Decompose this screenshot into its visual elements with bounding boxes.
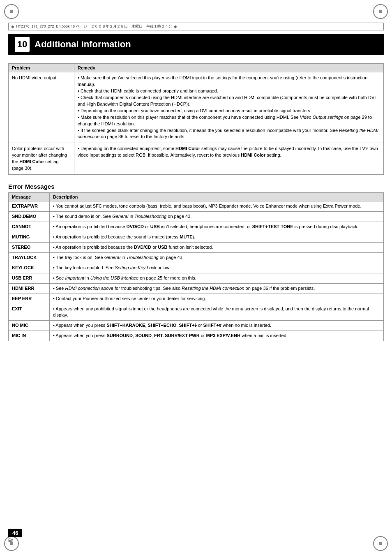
error-messages-table: Message Description EXTRAPWR • You canno…	[8, 192, 384, 341]
error-message: HDMI ERR	[9, 283, 50, 294]
error-table-row: CANNOT • An operation is prohibited beca…	[9, 222, 384, 232]
message-col-header: Message	[9, 193, 50, 201]
error-table-row: EEP ERR • Contact your Pioneer authorize…	[9, 294, 384, 304]
problem-remedy-table: Problem Remedy No HDMI video output • Ma…	[8, 63, 384, 175]
error-table-row: TRAYLOCK • The tray lock is on. See Gene…	[9, 252, 384, 263]
remedy-cell: • Make sure that you've selected this pl…	[74, 72, 384, 143]
error-message: MUTING	[9, 232, 50, 242]
page-container: ◆ HTZ170_171_270_272_En.book 46 ページ ２００８…	[8, 23, 384, 341]
error-message: EXIT	[9, 304, 50, 321]
svg-point-1	[10, 10, 13, 13]
diamond-left: ◆	[11, 24, 14, 29]
problem-cell: Color problems occur with your monitor a…	[9, 143, 74, 175]
problem-col-header: Problem	[9, 64, 74, 72]
description-col-header: Description	[50, 193, 384, 201]
chapter-title: Additional information	[35, 39, 131, 50]
svg-point-3	[379, 10, 382, 13]
error-message: KEYLOCK	[9, 263, 50, 273]
error-message: EEP ERR	[9, 294, 50, 304]
error-table-row: USB ERR • See Important in Using the USB…	[9, 273, 384, 283]
error-description: • You cannot adjust SFC modes, tone cont…	[50, 201, 384, 212]
error-table-row: STEREO • An operation is prohibited beca…	[9, 242, 384, 252]
problem-cell: No HDMI video output	[9, 72, 74, 143]
chapter-number: 10	[15, 37, 30, 52]
error-description: • An operation is prohibited because the…	[50, 242, 384, 252]
error-table-row: MIC IN • Appears when you press SURROUND…	[9, 331, 384, 341]
error-message: TRAYLOCK	[9, 252, 50, 263]
error-description: • See HDMI connection above for troubles…	[50, 283, 384, 294]
error-table-row: SND.DEMO • The sound demo is on. See Gen…	[9, 212, 384, 222]
error-description: • An operation is prohibited because the…	[50, 232, 384, 242]
error-message: USB ERR	[9, 273, 50, 283]
error-description: • See Important in Using the USB interfa…	[50, 273, 384, 283]
page-footer: 46 En	[8, 529, 22, 543]
error-table-row: NO MIC • Appears when you press SHIFT+KA…	[9, 321, 384, 331]
corner-decoration-tr	[372, 3, 389, 20]
error-description: • Contact your Pioneer authorized servic…	[50, 294, 384, 304]
error-message: NO MIC	[9, 321, 50, 331]
svg-point-7	[379, 542, 382, 545]
chapter-header: 10 Additional information	[8, 34, 384, 55]
error-message: SND.DEMO	[9, 212, 50, 222]
table-row: Color problems occur with your monitor a…	[9, 143, 384, 175]
error-table-row: EXIT • Appears when any prohibited signa…	[9, 304, 384, 321]
error-description: • The key lock is enabled. See Setting t…	[50, 263, 384, 273]
corner-decoration-tl	[3, 3, 20, 20]
table-row: No HDMI video output • Make sure that yo…	[9, 72, 384, 143]
file-ref-bar: ◆ HTZ170_171_270_272_En.book 46 ページ ２００８…	[8, 23, 384, 30]
page-lang: En	[8, 538, 22, 543]
remedy-cell: • Depending on the connected equipment, …	[74, 143, 384, 175]
corner-decoration-br	[372, 535, 389, 552]
error-table-row: KEYLOCK • The key lock is enabled. See S…	[9, 263, 384, 273]
error-message: STEREO	[9, 242, 50, 252]
error-description: • The tray lock is on. See General in Tr…	[50, 252, 384, 263]
error-message: MIC IN	[9, 331, 50, 341]
error-table-row: HDMI ERR • See HDMI connection above for…	[9, 283, 384, 294]
error-messages-title: Error Messages	[8, 183, 384, 190]
error-message: CANNOT	[9, 222, 50, 232]
file-ref-text: HTZ170_171_270_272_En.book 46 ページ ２００８年２…	[16, 24, 172, 29]
error-description: • An operation is prohibited because DVD…	[50, 222, 384, 232]
error-table-row: EXTRAPWR • You cannot adjust SFC modes, …	[9, 201, 384, 212]
remedy-col-header: Remedy	[74, 64, 384, 72]
error-description: • The sound demo is on. See General in T…	[50, 212, 384, 222]
error-table-row: MUTING • An operation is prohibited beca…	[9, 232, 384, 242]
error-message: EXTRAPWR	[9, 201, 50, 212]
diamond-right: ◆	[174, 24, 177, 29]
error-description: • Appears when you press SURROUND, SOUND…	[50, 331, 384, 341]
error-description: • Appears when you press SHIFT+KARAOKE, …	[50, 321, 384, 331]
page-number: 46	[8, 529, 22, 537]
error-description: • Appears when any prohibited signal is …	[50, 304, 384, 321]
